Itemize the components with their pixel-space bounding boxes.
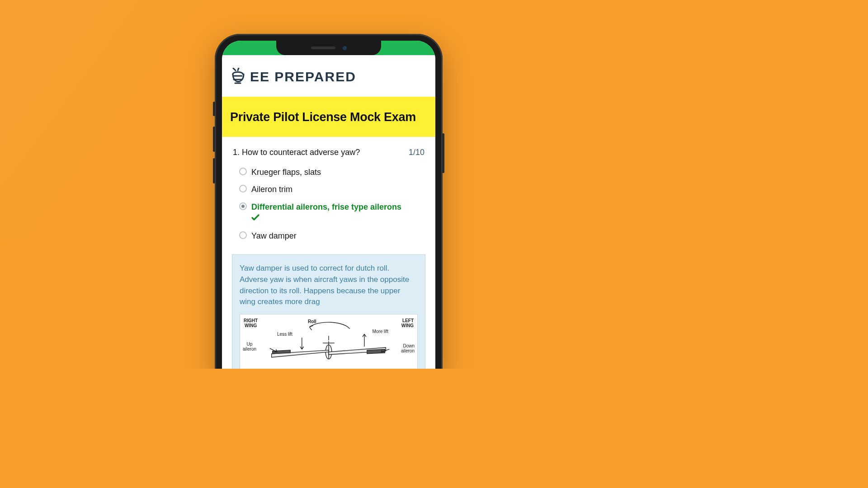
check-icon (251, 214, 259, 221)
volume-down-button (213, 158, 215, 183)
speaker-grille (311, 47, 335, 49)
explanation-box: Yaw damper is used to correct for dutch … (232, 254, 425, 369)
exam-title: Private Pilot License Mock Exam (230, 110, 427, 124)
radio-icon (239, 168, 247, 175)
radio-icon (239, 202, 247, 210)
silent-switch (213, 102, 215, 116)
options-list: Krueger flaps, slats Aileron trim Differ… (233, 164, 425, 244)
volume-up-button (213, 127, 215, 152)
diagram-roll-label: Roll (308, 319, 316, 324)
option-4[interactable]: Yaw damper (239, 227, 425, 244)
brand-header: EE PREPARED (222, 55, 435, 97)
radio-icon (239, 185, 247, 192)
yaw-diagram: RIGHTWING LEFTWING Roll Less lift More l… (240, 314, 418, 369)
brand-logo: EE PREPARED (231, 68, 426, 86)
app-content: EE PREPARED Private Pilot License Mock E… (222, 55, 435, 369)
option-3[interactable]: Differential ailerons, frise type ailero… (239, 198, 425, 228)
exam-title-band: Private Pilot License Mock Exam (222, 97, 435, 137)
radio-icon (239, 231, 247, 239)
question-body: How to counteract adverse yaw? (242, 148, 360, 157)
question-progress: 1/10 (409, 148, 425, 157)
option-1[interactable]: Krueger flaps, slats (239, 164, 425, 181)
brand-name: EE PREPARED (250, 69, 356, 84)
diagram-down-aileron-label: Downaileron (401, 343, 415, 353)
phone-frame: EE PREPARED Private Pilot License Mock E… (215, 34, 443, 369)
diagram-more-lift-label: More lift (372, 329, 388, 334)
option-label: Differential ailerons, frise type ailero… (251, 202, 401, 225)
option-label: Aileron trim (251, 184, 292, 195)
phone-screen: EE PREPARED Private Pilot License Mock E… (222, 41, 435, 369)
diagram-less-lift-label: Less lift (277, 332, 292, 337)
diagram-right-wing-label: RIGHTWING (244, 318, 258, 328)
question-block: 1. How to counteract adverse yaw? 1/10 K… (222, 137, 435, 244)
power-button (442, 133, 444, 173)
front-camera (343, 46, 347, 50)
phone-notch (276, 41, 381, 55)
bee-icon (231, 68, 246, 86)
explanation-text: Yaw damper is used to correct for dutch … (240, 263, 418, 308)
diagram-left-wing-label: LEFTWING (401, 318, 414, 328)
option-label: Yaw damper (251, 230, 297, 241)
option-label: Krueger flaps, slats (251, 167, 321, 178)
yaw-diagram-svg (240, 314, 417, 369)
option-label-text: Differential ailerons, frise type ailero… (251, 202, 401, 211)
option-2[interactable]: Aileron trim (239, 181, 425, 198)
question-number: 1. (233, 148, 242, 157)
diagram-up-aileron-label: Upaileron (243, 342, 256, 352)
question-text: 1. How to counteract adverse yaw? (233, 148, 360, 157)
